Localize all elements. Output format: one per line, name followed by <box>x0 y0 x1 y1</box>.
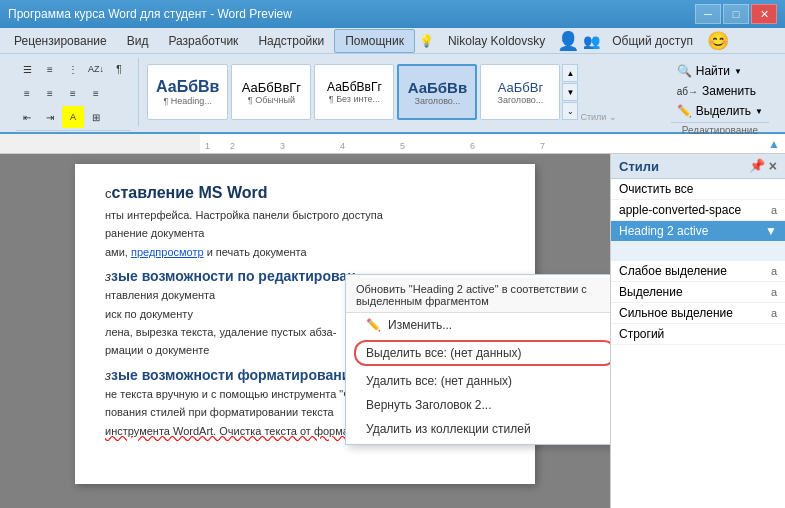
menu-help[interactable]: Помощник <box>334 29 415 53</box>
style-item-h2active[interactable]: Heading 2 active ▼ <box>611 221 785 241</box>
justify-button[interactable]: ≡ <box>85 82 107 104</box>
style-item-clear-all[interactable]: Очистить все <box>611 179 785 200</box>
align-center-button[interactable]: ≡ <box>39 82 61 104</box>
title-text: Программа курса Word для студент - Word … <box>8 7 695 21</box>
align-left-button[interactable]: ≡ <box>16 82 38 104</box>
styles-spacer <box>611 241 785 261</box>
style-heading2-btn[interactable]: АаБбВг Заголово... <box>480 64 560 120</box>
select-dropdown-arrow[interactable]: ▼ <box>755 107 763 116</box>
menu-reviewing[interactable]: Рецензирование <box>4 30 117 52</box>
ruler-toggle[interactable]: ▲ <box>768 137 780 151</box>
style-normal-btn[interactable]: АаБбВвГг ¶ Обычный <box>231 64 311 120</box>
ctx-edit-item[interactable]: ✏️ Изменить... <box>346 313 610 337</box>
select-button[interactable]: ✏️ Выделить ▼ <box>671 102 769 120</box>
ruler-inner: 1 2 3 4 5 6 7 ▲ <box>200 134 785 153</box>
menu-developer[interactable]: Разработчик <box>158 30 248 52</box>
menu-view[interactable]: Вид <box>117 30 159 52</box>
style-item-strong-hl[interactable]: Сильное выделение a <box>611 303 785 324</box>
styles-scroll-up[interactable]: ▲ <box>562 64 578 82</box>
align-right-button[interactable]: ≡ <box>62 82 84 104</box>
menu-user[interactable]: Nikolay Koldovsky <box>438 30 555 52</box>
style-item-weak-hl[interactable]: Слабое выделение a <box>611 261 785 282</box>
paragraph-group: ☰ ≡ ⋮ AZ↓ ¶ ≡ ≡ ≡ ≡ ⇤ ⇥ A ⊞ <box>8 58 139 126</box>
preview-link[interactable]: предпросмотр <box>131 246 204 258</box>
ruler-marker-6: 6 <box>470 141 475 151</box>
ctx-delete-all-item[interactable]: Удалить все: (нет данных) <box>346 369 610 393</box>
ruler-marker-1: 1 <box>205 141 210 151</box>
ctx-select-all-item[interactable]: Выделить все: (нет данных) <box>354 340 610 366</box>
styles-panel-header: Стили 📌 × <box>611 154 785 179</box>
ruler-marker-3: 3 <box>280 141 285 151</box>
ctx-remove-item[interactable]: Удалить из коллекции стилей <box>346 417 610 441</box>
ctx-select-all-label: Выделить все: (нет данных) <box>366 346 522 360</box>
indent-increase-button[interactable]: ⇥ <box>39 106 61 128</box>
ruler-marker-7: 7 <box>540 141 545 151</box>
edit-buttons: 🔍 Найти ▼ аб→ Заменить ✏️ Выделить ▼ <box>671 58 769 120</box>
document-area: сставление MS Word нты интерфейса. Настр… <box>0 154 610 508</box>
ctx-restore-item[interactable]: Вернуть Заголовок 2... <box>346 393 610 417</box>
document-page: сставление MS Word нты интерфейса. Настр… <box>75 164 535 484</box>
window-controls: ─ □ ✕ <box>695 4 777 24</box>
ribbon: ☰ ≡ ⋮ AZ↓ ¶ ≡ ≡ ≡ ≡ ⇤ ⇥ A ⊞ <box>0 54 785 134</box>
menu-addins[interactable]: Надстройки <box>248 30 334 52</box>
sort-button[interactable]: AZ↓ <box>85 58 107 80</box>
ctx-delete-all-label: Удалить все: (нет данных) <box>366 374 512 388</box>
find-label: Найти <box>696 64 730 78</box>
styles-list: Очистить все apple-converted-space a Hea… <box>611 179 785 508</box>
replace-label: Заменить <box>702 84 756 98</box>
show-marks-button[interactable]: ¶ <box>108 58 130 80</box>
styles-label: Стили ⌄ <box>580 112 616 124</box>
shading-button[interactable]: A <box>62 106 84 128</box>
maximize-button[interactable]: □ <box>723 4 749 24</box>
replace-button[interactable]: аб→ Заменить <box>671 82 769 100</box>
styles-scroll-down[interactable]: ▼ <box>562 83 578 101</box>
minimize-button[interactable]: ─ <box>695 4 721 24</box>
section1-heading: сставление MS Word <box>105 184 505 202</box>
styles-panel: Стили 📌 × Очистить все apple-converted-s… <box>610 154 785 508</box>
style-h1-preview: АаБбВв <box>156 78 219 96</box>
context-menu: Обновить "Heading 2 active" в соответств… <box>345 274 610 445</box>
search-icon: 🔍 <box>677 64 692 78</box>
styles-panel-close-btn[interactable]: × <box>769 158 777 174</box>
title-bar: Программа курса Word для студент - Word … <box>0 0 785 28</box>
multilevel-button[interactable]: ⋮ <box>62 58 84 80</box>
ctx-remove-label: Удалить из коллекции стилей <box>366 422 531 436</box>
ctx-restore-label: Вернуть Заголовок 2... <box>366 398 492 412</box>
panel-header-controls: 📌 × <box>749 158 777 174</box>
style-nospacing-label: ¶ Без инте... <box>329 94 380 104</box>
style-item-apple-space[interactable]: apple-converted-space a <box>611 200 785 221</box>
bullets-button[interactable]: ☰ <box>16 58 38 80</box>
menu-share[interactable]: Общий доступ <box>602 30 703 52</box>
style-heading2-label: Заголово... <box>497 95 543 105</box>
styles-buttons: АаБбВв ¶ Heading... АаБбВвГг ¶ Обычный А… <box>147 64 560 120</box>
find-button[interactable]: 🔍 Найти ▼ <box>671 62 769 80</box>
para-row-1: ☰ ≡ ⋮ AZ↓ ¶ <box>16 58 130 80</box>
border-button[interactable]: ⊞ <box>85 106 107 128</box>
main-area: сставление MS Word нты интерфейса. Настр… <box>0 154 785 508</box>
select-icon: ✏️ <box>677 104 692 118</box>
style-item-strict[interactable]: Строгий <box>611 324 785 345</box>
style-heading-alt-label: Заголово... <box>414 96 460 106</box>
menu-bar: Рецензирование Вид Разработчик Надстройк… <box>0 28 785 54</box>
style-heading1-btn[interactable]: АаБбВв ¶ Heading... <box>147 64 228 120</box>
style-nospacing-btn[interactable]: АаБбВвГг ¶ Без инте... <box>314 64 394 120</box>
select-label: Выделить <box>696 104 751 118</box>
styles-pin-icon[interactable]: 📌 <box>749 158 765 174</box>
replace-icon: аб→ <box>677 86 698 97</box>
indent-decrease-button[interactable]: ⇤ <box>16 106 38 128</box>
numbering-button[interactable]: ≡ <box>39 58 61 80</box>
close-button[interactable]: ✕ <box>751 4 777 24</box>
style-heading2-preview: АаБбВг <box>498 80 543 95</box>
find-dropdown-arrow[interactable]: ▼ <box>734 67 742 76</box>
style-normal-preview: АаБбВвГг <box>242 80 301 95</box>
para-row-3: ⇤ ⇥ A ⊞ <box>16 106 130 128</box>
styles-expand[interactable]: ⌄ <box>562 102 578 120</box>
style-item-hl[interactable]: Выделение a <box>611 282 785 303</box>
h2active-dropdown[interactable]: ▼ <box>765 224 777 238</box>
doc-line-3: ами, предпросмотр и печать документа <box>105 245 505 260</box>
ruler-marker-2: 2 <box>230 141 235 151</box>
style-h1-label: ¶ Heading... <box>164 96 212 106</box>
ruler-marker-4: 4 <box>340 141 345 151</box>
style-heading-alt-btn[interactable]: АаБбВв Заголово... <box>397 64 477 120</box>
ctx-edit-label: Изменить... <box>388 318 452 332</box>
